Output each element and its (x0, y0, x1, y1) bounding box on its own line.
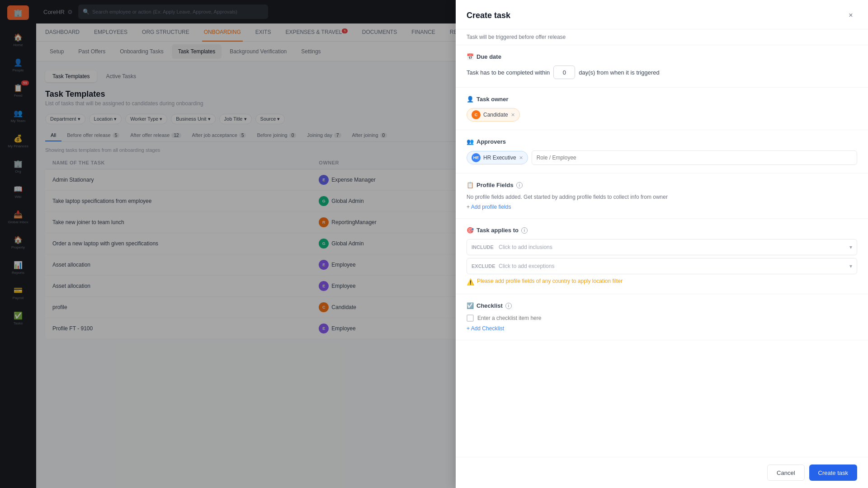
profile-fields-section: 📋 Profile Fields i No profile fields add… (456, 174, 868, 219)
due-date-label: 📅 Due date (467, 53, 857, 60)
approver-row: HE HR Executive ✕ (467, 150, 857, 165)
checklist-section: ☑️ Checklist i + Add Checklist (456, 294, 868, 340)
include-chevron-icon: ▾ (849, 244, 852, 250)
hr-executive-avatar: HE (472, 153, 481, 162)
panel-header: Create task × (456, 0, 868, 29)
owner-tags: C Candidate ✕ (467, 108, 857, 122)
due-date-section: 📅 Due date Task has to be completed with… (456, 45, 868, 88)
approvers-label: 👥 Approvers (467, 138, 857, 145)
location-filter-warning: ⚠️ Please add profile fields of any coun… (467, 278, 857, 286)
profile-fields-label: 📋 Profile Fields i (467, 182, 857, 188)
task-owner-label: 👤 Task owner (467, 96, 857, 103)
create-task-panel: Create task × Task will be triggered bef… (456, 0, 868, 488)
remove-candidate-button[interactable]: ✕ (511, 112, 515, 118)
task-applies-to-info-icon[interactable]: i (521, 227, 528, 234)
warning-text: Please add profile fields of any country… (477, 278, 623, 284)
checklist-info-icon[interactable]: i (505, 303, 512, 309)
panel-footer: Cancel Create task (456, 457, 868, 488)
checklist-icon: ☑️ (467, 302, 474, 309)
checklist-text-input[interactable] (477, 315, 857, 321)
approvers-icon: 👥 (467, 138, 474, 145)
exclude-chevron-icon: ▾ (849, 263, 852, 269)
panel-body: 📅 Due date Task has to be completed with… (456, 45, 868, 457)
add-checklist-link[interactable]: + Add Checklist (467, 325, 857, 332)
panel-subtitle: Task will be triggered before offer rele… (456, 29, 868, 45)
candidate-avatar: C (472, 110, 481, 119)
checklist-label: ☑️ Checklist i (467, 302, 857, 309)
due-date-suffix: day(s) from when it is triggered (579, 69, 659, 76)
modal-overlay (0, 0, 456, 488)
create-task-button[interactable]: Create task (809, 465, 857, 481)
owner-section-icon: 👤 (467, 96, 474, 103)
approver-tag-hr: HE HR Executive ✕ (467, 151, 528, 164)
role-employee-input[interactable] (532, 150, 857, 165)
panel-title: Create task (467, 11, 510, 20)
include-placeholder: Click to add inclusions (499, 244, 849, 250)
add-profile-fields-link[interactable]: + Add profile fields (467, 204, 857, 210)
task-applies-to-label: 🎯 Task applies to i (467, 227, 857, 234)
due-date-prefix: Task has to be completed within (467, 69, 550, 76)
remove-hr-button[interactable]: ✕ (519, 155, 523, 161)
include-row[interactable]: INCLUDE Click to add inclusions ▾ (467, 239, 857, 255)
hr-executive-label: HR Executive (483, 155, 516, 161)
include-label: INCLUDE (472, 244, 499, 250)
panel-close-button[interactable]: × (844, 9, 857, 22)
approvers-section: 👥 Approvers HE HR Executive ✕ (456, 130, 868, 174)
exclude-label: EXCLUDE (472, 263, 499, 269)
warning-icon: ⚠️ (467, 278, 474, 286)
checklist-input-row (467, 314, 857, 322)
days-input[interactable] (553, 66, 575, 79)
exclude-row[interactable]: EXCLUDE Click to add exceptions ▾ (467, 258, 857, 274)
task-applies-to-section: 🎯 Task applies to i INCLUDE Click to add… (456, 219, 868, 294)
owner-tag-candidate: C Candidate ✕ (467, 108, 520, 122)
cancel-button[interactable]: Cancel (767, 465, 804, 481)
applies-to-icon: 🎯 (467, 227, 474, 234)
calendar-icon: 📅 (467, 53, 474, 60)
exclude-placeholder: Click to add exceptions (499, 263, 849, 269)
profile-fields-icon: 📋 (467, 182, 474, 188)
candidate-label: Candidate (483, 112, 508, 118)
profile-fields-info-icon[interactable]: i (516, 182, 523, 188)
checklist-checkbox[interactable] (467, 314, 474, 322)
task-owner-section: 👤 Task owner C Candidate ✕ (456, 88, 868, 130)
profile-fields-empty-text: No profile fields added. Get started by … (467, 194, 857, 200)
due-date-row: Task has to be completed within day(s) f… (467, 66, 857, 79)
